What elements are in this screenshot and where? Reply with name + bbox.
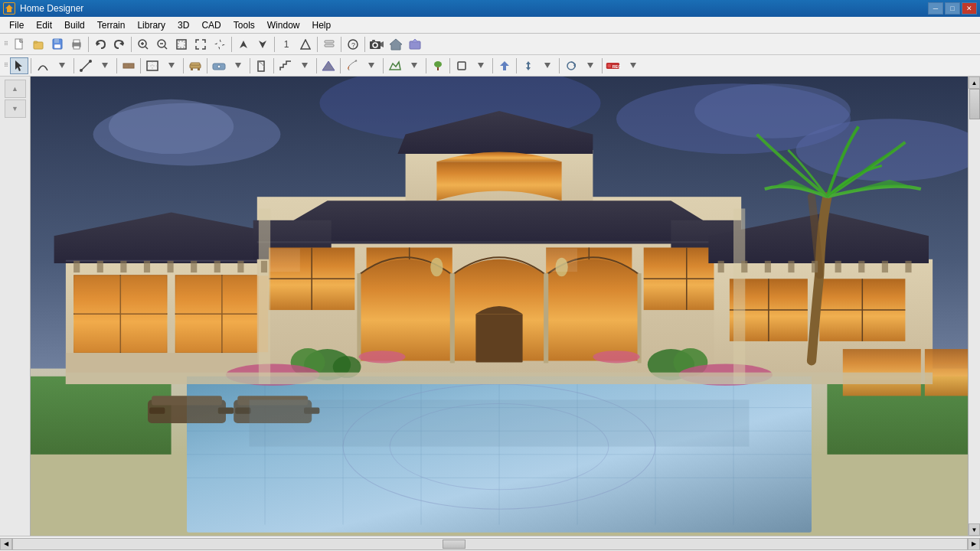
menu-3d[interactable]: 3D (172, 17, 195, 33)
zoom-out-button[interactable] (153, 36, 172, 53)
shape-dropdown[interactable] (472, 57, 490, 74)
shape-tool[interactable] (452, 57, 471, 74)
menu-tools[interactable]: Tools (227, 17, 261, 33)
svg-rect-37 (372, 40, 375, 42)
redo-button[interactable] (110, 36, 129, 53)
svg-point-162 (593, 350, 639, 363)
horizontal-scroll-thumb[interactable] (443, 540, 466, 549)
maximize-button[interactable]: □ (945, 2, 960, 15)
arrow-up-button[interactable] (234, 36, 253, 53)
arc-tool[interactable] (34, 57, 52, 74)
scroll-left-button[interactable]: ◀ (0, 538, 12, 550)
zoom-in-button[interactable] (134, 36, 152, 53)
export-button[interactable] (406, 36, 424, 53)
main-area: ▲ ▼ (0, 77, 980, 536)
object-dropdown[interactable] (229, 57, 247, 74)
viewport[interactable] (31, 77, 968, 536)
wall-tool[interactable] (119, 57, 138, 74)
svg-point-44 (80, 69, 83, 72)
print-button[interactable] (67, 36, 86, 53)
roof-tool[interactable] (319, 57, 338, 74)
menu-edit[interactable]: Edit (30, 17, 58, 33)
scroll-right-button[interactable]: ▶ (968, 538, 980, 550)
room-tool[interactable] (143, 57, 162, 74)
window-controls: ─ □ ✕ (928, 2, 977, 15)
svg-line-17 (145, 47, 148, 49)
open-button[interactable] (29, 36, 47, 53)
line-dropdown[interactable] (96, 57, 114, 74)
line-tool[interactable] (77, 57, 95, 74)
terrain-dropdown[interactable] (405, 57, 423, 74)
svg-rect-186 (214, 261, 220, 272)
zoom-extents-button[interactable] (191, 36, 210, 53)
room-dropdown[interactable] (162, 57, 181, 74)
svg-rect-143 (475, 314, 522, 362)
counter-button[interactable]: 1 (277, 36, 296, 53)
plant-tool[interactable] (429, 57, 447, 74)
panel-up[interactable]: ▲ (5, 80, 26, 98)
menu-cad[interactable]: CAD (195, 17, 227, 33)
arrows-tool[interactable] (519, 57, 537, 74)
scroll-down-button[interactable]: ▼ (969, 523, 980, 536)
horizontal-scroll-track[interactable] (12, 538, 968, 550)
menu-build[interactable]: Build (58, 17, 91, 33)
arc-dropdown[interactable] (53, 57, 71, 74)
svg-marker-71 (478, 63, 484, 68)
menu-terrain[interactable]: Terrain (91, 17, 132, 33)
door-tool[interactable] (253, 57, 271, 74)
layers-button[interactable] (320, 36, 338, 53)
svg-point-68 (434, 61, 442, 67)
svg-text:REC: REC (612, 64, 622, 69)
close-button[interactable]: ✕ (962, 2, 977, 15)
app-icon (3, 2, 15, 15)
svg-marker-23 (220, 39, 221, 44)
help-button[interactable]: ? (344, 36, 362, 53)
camera-view-button[interactable] (368, 36, 386, 53)
svg-rect-57 (191, 63, 200, 65)
scroll-thumb-vertical[interactable] (969, 89, 980, 119)
panel-down[interactable]: ▼ (5, 99, 26, 118)
svg-rect-187 (237, 261, 243, 272)
save-button[interactable] (48, 36, 67, 53)
house-render (31, 77, 968, 536)
select-tool[interactable] (10, 57, 28, 74)
zoom-fit-button[interactable] (172, 36, 191, 53)
scroll-track-vertical[interactable] (969, 89, 980, 523)
svg-rect-177 (176, 276, 268, 352)
export2-tool[interactable] (495, 57, 514, 74)
svg-rect-176 (74, 276, 166, 352)
undo-button[interactable] (91, 36, 109, 53)
transform-tool[interactable] (562, 57, 580, 74)
svg-marker-26 (214, 43, 219, 44)
svg-rect-55 (191, 68, 193, 70)
object-tool[interactable] (210, 57, 228, 74)
paint-dropdown[interactable] (362, 57, 381, 74)
arrows-dropdown[interactable] (538, 57, 557, 74)
house-scene-svg (31, 77, 968, 536)
right-scrollbar: ▲ ▼ (968, 77, 980, 536)
stair-dropdown[interactable] (296, 57, 314, 74)
transform-dropdown[interactable] (581, 57, 599, 74)
paint-tool[interactable] (343, 57, 361, 74)
svg-rect-195 (858, 261, 864, 272)
stair-tool[interactable] (276, 57, 295, 74)
svg-rect-70 (458, 62, 466, 70)
minimize-button[interactable]: ─ (928, 2, 943, 15)
furniture-tool[interactable] (186, 57, 204, 74)
svg-rect-198 (187, 377, 812, 533)
record-button[interactable]: REC (605, 57, 623, 74)
record-dropdown[interactable] (624, 57, 642, 74)
terrain-tool[interactable] (386, 57, 404, 74)
menu-library[interactable]: Library (131, 17, 172, 33)
svg-rect-179 (733, 209, 745, 385)
scroll-up-button[interactable]: ▲ (969, 77, 980, 89)
up-icon[interactable] (296, 36, 315, 53)
pan-button[interactable] (211, 36, 229, 53)
house-view-button[interactable] (387, 36, 405, 53)
menu-window[interactable]: Window (261, 17, 306, 33)
menu-help[interactable]: Help (305, 17, 337, 33)
svg-marker-72 (500, 61, 509, 70)
new-button[interactable] (10, 36, 28, 53)
arrow-down-button[interactable] (253, 36, 272, 53)
menu-file[interactable]: File (3, 17, 30, 33)
